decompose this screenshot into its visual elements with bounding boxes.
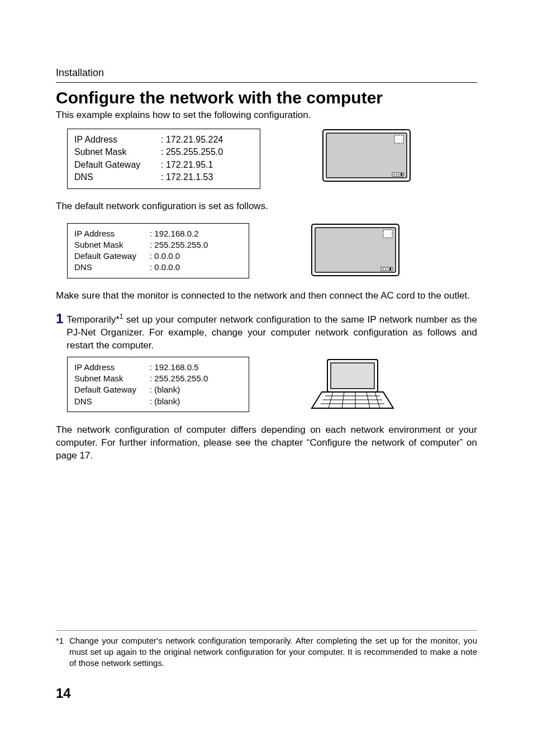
svg-point-4 [394,174,395,175]
header-rule [56,82,477,83]
step-body: Temporarily*1 set up your computer netwo… [66,312,477,352]
cfg-label-dns: DNS [74,262,150,273]
cfg-value-dns: (blank) [150,396,180,407]
cfg-label-mask: Subnet Mask [74,239,150,251]
svg-point-12 [383,268,384,270]
intro-text: This example explains how to set the fol… [56,110,477,121]
section-label: Installation [56,67,477,79]
footnote-marker: *1 [56,635,69,669]
cfg-line: Default Gateway 0.0.0.0 [74,251,242,262]
svg-rect-2 [394,135,403,143]
cfg-value-mask: 255.255.255.0 [150,239,208,251]
default-config-row: IP Address 192.168.0.2 Subnet Mask 255.2… [56,223,477,278]
cfg-line: IP Address 192.168.0.5 [74,362,242,373]
make-sure-text: Make sure that the monitor is connected … [56,290,477,303]
cfg-line: IP Address 192.168.0.2 [74,228,242,239]
page-number: 14 [56,686,477,701]
cfg-value-dns: 0.0.0.0 [150,262,180,273]
target-config-box: IP Address 172.21.95.224 Subnet Mask 255… [67,129,260,189]
cfg-line: Subnet Mask 255.255.255.0 [74,146,253,158]
step-number: 1 [56,312,63,325]
cfg-label-gw: Default Gateway [74,251,150,262]
default-config-box: IP Address 192.168.0.2 Subnet Mask 255.2… [67,223,249,278]
cfg-value-mask: 255.255.255.0 [150,373,208,384]
cfg-value-gw: 172.21.95.1 [161,159,213,171]
cfg-line: Subnet Mask 255.255.255.0 [74,373,242,384]
closing-text: The network configuration of computer di… [56,424,477,462]
cfg-line: IP Address 172.21.95.224 [74,134,253,146]
page: Installation Configure the network with … [0,0,533,756]
cfg-value-mask: 255.255.255.0 [161,146,223,158]
cfg-label-gw: Default Gateway [74,159,161,171]
page-title: Configure the network with the computer [56,88,477,107]
monitor-icon [322,129,411,182]
svg-rect-7 [401,173,402,176]
cfg-line: Default Gateway (blank) [74,384,242,395]
cfg-label-ip: IP Address [74,362,150,373]
footnote-text: Change your computer's network configura… [69,635,477,669]
cfg-line: DNS (blank) [74,396,242,407]
computer-config-box: IP Address 192.168.0.5 Subnet Mask 255.2… [67,357,249,412]
svg-rect-15 [389,268,391,270]
cfg-label-dns: DNS [74,396,150,407]
target-config-row: IP Address 172.21.95.224 Subnet Mask 255… [56,129,477,189]
cfg-value-dns: 172.21.1.53 [161,171,213,183]
step-1: 1 Temporarily*1 set up your computer net… [56,312,477,352]
cfg-value-ip: 172.21.95.224 [161,134,223,146]
cfg-value-gw: (blank) [150,384,180,395]
svg-point-13 [385,268,386,270]
footnote-rule [56,630,477,631]
monitor-icon [311,223,400,277]
cfg-label-gw: Default Gateway [74,384,150,395]
cfg-line: DNS 0.0.0.0 [74,262,242,273]
cfg-line: DNS 172.21.1.53 [74,171,253,183]
svg-point-6 [398,174,399,175]
svg-point-5 [396,174,397,175]
default-intro-text: The default network configuration is set… [56,200,477,213]
cfg-label-ip: IP Address [74,134,161,146]
cfg-label-mask: Subnet Mask [74,146,161,158]
cfg-label-ip: IP Address [74,228,150,239]
footnote: *1 Change your computer's network config… [56,635,477,669]
step-text-b: set up your computer network configurati… [66,314,477,351]
laptop-icon [311,357,394,413]
svg-point-14 [387,268,388,270]
cfg-value-ip: 192.168.0.5 [150,362,199,373]
cfg-line: Subnet Mask 255.255.255.0 [74,239,242,251]
cfg-label-dns: DNS [74,171,161,183]
cfg-line: Default Gateway 172.21.95.1 [74,159,253,171]
step-text-a: Temporarily* [66,314,119,325]
cfg-value-gw: 0.0.0.0 [150,251,180,262]
computer-config-row: IP Address 192.168.0.5 Subnet Mask 255.2… [56,357,477,413]
cfg-label-mask: Subnet Mask [74,373,150,384]
svg-rect-10 [383,230,392,238]
svg-rect-17 [331,363,374,389]
cfg-value-ip: 192.168.0.2 [150,228,199,239]
